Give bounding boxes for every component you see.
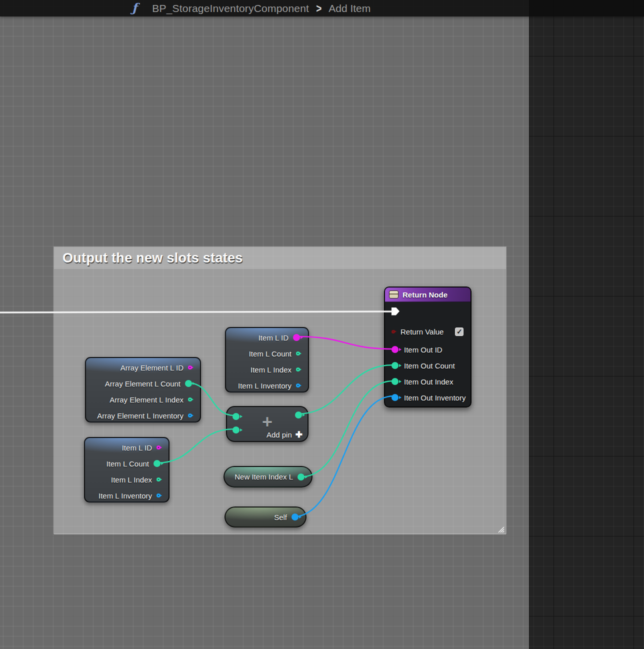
background-graph-panel (529, 0, 644, 649)
pin-row: Item L ID (226, 330, 308, 346)
pin-icon-add-output[interactable] (295, 412, 302, 418)
pin-row: Item L Index (226, 362, 308, 378)
pin-row: Item L Index (85, 472, 168, 488)
pin-label: Item Out ID (404, 346, 442, 354)
pin-label: Return Value (400, 328, 444, 336)
pin-row: Item Out Count (385, 358, 470, 374)
pin-label: Array Element L Count (105, 380, 180, 388)
pin-icon-item-l-id[interactable] (156, 446, 160, 450)
pin-icon-array-element-l-count[interactable] (185, 380, 192, 387)
pin-icon-item-l-count[interactable] (154, 460, 160, 467)
pin-label: Item L Index (111, 476, 152, 484)
return-value-checkbox[interactable]: ✓ (455, 328, 464, 336)
pin-label: Item L Inventory (98, 492, 152, 500)
pin-row: Array Element L Inventory (86, 408, 200, 424)
pin-label: Item L Index (250, 366, 292, 374)
pin-icon-self[interactable] (292, 514, 298, 520)
pin-icon-item-l-index[interactable] (156, 478, 160, 482)
node-array-element-getter[interactable]: Array Element L ID Array Element L Count… (85, 357, 201, 422)
node-new-item-index-getter[interactable]: New Item Index L (224, 466, 312, 488)
node-return[interactable]: Return Node Return Value ✓ Item Out ID I… (384, 286, 472, 408)
exec-pin-row (385, 302, 470, 320)
chevron-right-icon: > (316, 2, 322, 16)
breadcrumb-leaf[interactable]: Add Item (328, 2, 370, 14)
add-pin-plus-icon: ✚ (296, 430, 302, 439)
pin-icon-item-l-id[interactable] (293, 334, 300, 341)
pin-icon-return-value[interactable] (392, 330, 395, 334)
pin-row: Array Element L ID (86, 360, 200, 376)
comment-header[interactable]: Output the new slots states (54, 247, 506, 269)
node-item-getter-bottom[interactable]: Item L ID Item L Count Item L Index Item… (84, 437, 170, 502)
breadcrumb-parent[interactable]: BP_StorageInventoryComponent (152, 2, 309, 14)
pin-icon-array-element-l-id[interactable] (188, 366, 192, 370)
pin-icon-array-element-l-index[interactable] (188, 398, 192, 402)
pin-icon-item-l-count[interactable] (296, 352, 300, 356)
pin-row: Item L ID (85, 440, 168, 456)
pin-label: Item L Count (106, 460, 149, 468)
pin-row: Item L Count (226, 346, 308, 362)
pin-row: Array Element L Count (86, 376, 200, 392)
pin-icon-add-input-a[interactable] (232, 413, 240, 420)
node-item-getter-top[interactable]: Item L ID Item L Count Item L Index Item… (225, 327, 309, 392)
pin-label: Item L Inventory (238, 382, 292, 390)
pin-label: Item L ID (122, 444, 152, 452)
pin-label: Item L Count (249, 350, 292, 358)
pin-row: Array Element L Index (86, 392, 200, 408)
function-icon: ƒ (132, 2, 137, 14)
pin-label: Array Element L Inventory (97, 412, 184, 420)
pin-row: Item Out ID (385, 342, 470, 358)
breadcrumb-bar: ƒ BP_StorageInventoryComponent > Add Ite… (0, 0, 644, 16)
pin-label: Self (274, 513, 287, 522)
node-self-getter[interactable]: Self (224, 506, 306, 528)
node-add[interactable]: + Add pin ✚ (226, 406, 308, 442)
return-node-title: Return Node (402, 290, 448, 299)
pin-row: Item L Count (85, 456, 168, 472)
exec-pin-icon[interactable] (392, 308, 400, 316)
pin-label: New Item Index L (234, 472, 293, 481)
add-pin-label: Add pin (266, 430, 292, 439)
pin-icon-item-out-index[interactable] (392, 378, 398, 385)
pin-icon-array-element-l-inventory[interactable] (188, 414, 192, 418)
pin-row: Item Out Inventory (385, 390, 470, 406)
return-node-icon (389, 290, 398, 298)
pin-icon-item-out-id[interactable] (392, 346, 398, 353)
pin-row: Return Value ✓ (385, 324, 470, 340)
pin-label: Item Out Index (404, 378, 453, 386)
pin-label: Item Out Inventory (404, 394, 466, 402)
pin-icon-item-l-index[interactable] (296, 368, 300, 372)
pin-icon-item-out-inventory[interactable] (392, 394, 398, 401)
pin-label: Array Element L ID (120, 364, 184, 372)
pin-icon-item-out-count[interactable] (392, 362, 398, 369)
pin-icon-new-item-index[interactable] (298, 474, 304, 480)
add-pin-button[interactable]: Add pin ✚ (266, 430, 302, 439)
pin-label: Array Element L Index (110, 396, 184, 404)
pin-label: Item Out Count (404, 362, 455, 370)
return-node-header[interactable]: Return Node (385, 288, 470, 302)
pin-row: Item L Inventory (85, 488, 168, 504)
pin-label: Item L ID (258, 334, 288, 342)
comment-title: Output the new slots states (62, 250, 243, 266)
plus-icon: + (262, 412, 272, 432)
pin-icon-item-l-inventory[interactable] (296, 384, 300, 388)
pin-icon-item-l-inventory[interactable] (156, 494, 160, 498)
pin-row: Item L Inventory (226, 378, 308, 394)
pin-icon-add-input-b[interactable] (232, 426, 240, 434)
pin-row: Item Out Index (385, 374, 470, 390)
comment-resize-handle[interactable] (496, 525, 504, 533)
